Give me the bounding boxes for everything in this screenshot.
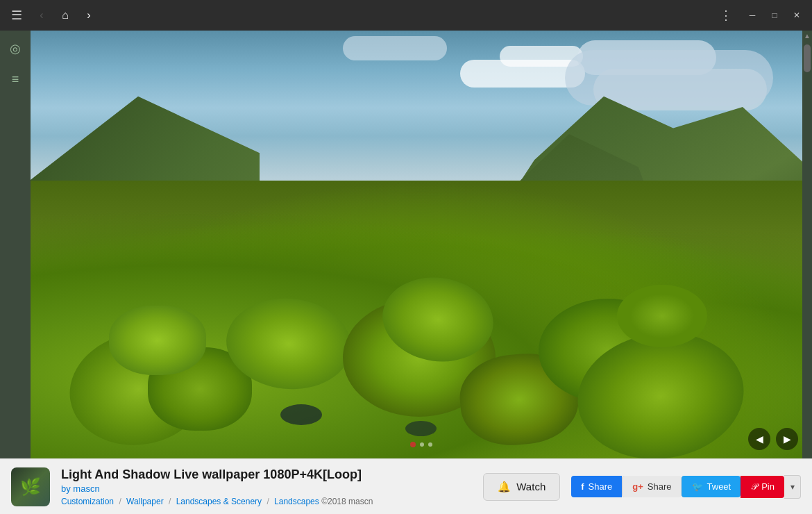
dot-3[interactable] [428, 442, 432, 447]
tweet-button[interactable]: 🐦 Tweet [682, 476, 741, 497]
sidebar: ◎ ≡ [0, 31, 31, 458]
dots-icon: ⋮ [720, 8, 732, 23]
pinterest-icon: 𝒫 [751, 481, 757, 492]
forward-icon: › [87, 9, 90, 22]
app-icon-symbol: 🌿 [20, 477, 41, 497]
minimize-icon: ─ [750, 10, 756, 20]
hamburger-icon: ☰ [11, 8, 22, 23]
overlay-next-button[interactable]: ▶ [776, 428, 798, 450]
main-content: ◎ ≡ [0, 31, 812, 458]
scroll-up-arrow[interactable]: ▲ [804, 32, 811, 40]
pool-2 [405, 421, 437, 436]
share-fb-label: Share [589, 481, 613, 492]
breadcrumb-wallpaper[interactable]: Wallpaper [126, 497, 164, 506]
overlay-prev-button[interactable]: ◀ [748, 428, 770, 450]
social-more-button[interactable]: ▾ [784, 475, 801, 499]
titlebar-nav: ‹ ⌂ › [31, 4, 100, 26]
chevron-right-icon: ▶ [784, 433, 791, 445]
forward-button[interactable]: › [78, 4, 100, 26]
breadcrumb-landscapes-scenery[interactable]: Landscapes & Scenery [176, 497, 262, 506]
author-name: mascn [73, 483, 99, 494]
twitter-icon: 🐦 [692, 481, 703, 492]
sidebar-list-button[interactable]: ≡ [3, 67, 28, 92]
scrollbar-thumb[interactable] [804, 44, 811, 72]
chevron-left-icon: ◀ [756, 433, 763, 445]
bell-icon: 🔔 [498, 481, 511, 493]
maximize-icon: □ [772, 10, 777, 20]
info-bar: 🌿 Light And Shadow Live wallpaper 1080P+… [0, 458, 812, 514]
app-author-link[interactable]: by mascn [61, 483, 472, 494]
app-icon: 🌿 [11, 467, 50, 506]
breadcrumb-sep3: / [267, 497, 271, 506]
tweet-label: Tweet [707, 481, 731, 492]
share-gplus-button[interactable]: g+ Share [622, 476, 681, 497]
breadcrumb-sep2: / [169, 497, 174, 506]
pool-1 [280, 404, 322, 425]
window-controls: ─ □ ✕ [743, 6, 806, 25]
sidebar-compass-button[interactable]: ◎ [3, 36, 28, 61]
back-button[interactable]: ‹ [31, 4, 53, 26]
dot-active[interactable] [410, 442, 416, 447]
rocks-layer [31, 181, 812, 458]
scrollbar[interactable]: ▲ [802, 31, 812, 458]
pagination-dots [410, 442, 432, 447]
facebook-icon: f [581, 481, 584, 492]
list-icon: ≡ [12, 72, 19, 87]
close-button[interactable]: ✕ [787, 6, 806, 25]
breadcrumb-landscapes[interactable]: Landscapes [274, 497, 319, 506]
watch-button[interactable]: 🔔 Watch [483, 473, 560, 501]
pin-label: Pin [761, 481, 775, 492]
more-options-button[interactable]: ⋮ [715, 4, 737, 26]
home-button[interactable]: ⌂ [54, 4, 76, 26]
rock-10 [617, 285, 707, 347]
minimize-button[interactable]: ─ [743, 6, 762, 25]
titlebar: ☰ ‹ ⌂ › ⋮ ─ □ ✕ [0, 0, 812, 31]
gplus-icon: g+ [632, 481, 643, 492]
chevron-down-icon: ▾ [790, 482, 795, 492]
pin-button[interactable]: 𝒫 Pin [741, 476, 784, 498]
app-icon-image: 🌿 [11, 467, 50, 506]
back-icon: ‹ [40, 9, 43, 22]
close-icon: ✕ [793, 10, 800, 20]
home-icon: ⌂ [62, 9, 69, 22]
rock-7 [109, 306, 206, 375]
author-prefix: by [61, 483, 73, 494]
watch-label: Watch [516, 481, 545, 492]
social-buttons: f Share g+ Share 🐦 Tweet 𝒫 Pin ▾ [571, 475, 801, 499]
share-facebook-button[interactable]: f Share [571, 476, 622, 497]
dot-2[interactable] [420, 442, 424, 447]
app-title: Light And Shadow Live wallpaper 1080P+4K… [61, 467, 472, 482]
compass-icon: ◎ [10, 41, 21, 56]
wallpaper-scene [31, 31, 812, 458]
breadcrumb-sep1: / [119, 497, 124, 506]
menu-button[interactable]: ☰ [6, 4, 28, 26]
breadcrumb: Customization / Wallpaper / Landscapes &… [61, 497, 472, 506]
share-gplus-label: Share [648, 481, 672, 492]
breadcrumb-customization[interactable]: Customization [61, 497, 114, 506]
image-area: ▲ ◀ ▶ [31, 31, 812, 458]
maximize-button[interactable]: □ [765, 6, 784, 25]
app-info: Light And Shadow Live wallpaper 1080P+4K… [61, 467, 472, 506]
image-overlay-controls: ◀ ▶ [748, 428, 798, 450]
copyright-text: ©2018 mascn [321, 497, 373, 506]
